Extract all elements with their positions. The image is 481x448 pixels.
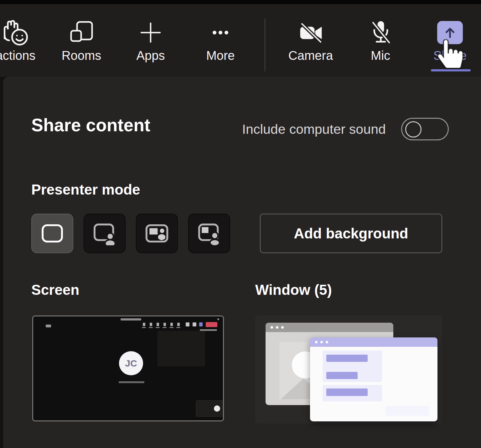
thumb-side-panel (158, 331, 205, 366)
thumb-accent-glyph (199, 322, 203, 326)
include-computer-sound-label: Include computer sound (242, 122, 386, 137)
thumb-glyph-caption (176, 327, 180, 328)
thumb-toolbar-glyph (186, 322, 189, 326)
top-strip (0, 0, 481, 4)
thumb-corner-label (46, 325, 51, 327)
thumb-leave-button (206, 322, 217, 327)
camera-label: Camera (288, 49, 333, 62)
more-label: More (206, 49, 235, 62)
add-background-button[interactable]: Add background (260, 214, 442, 253)
side-by-side-icon (143, 221, 170, 245)
thumb-toolbar-glyph (150, 323, 152, 326)
toolbar-item-apps[interactable]: Apps (124, 16, 177, 62)
window-illustration-front (310, 337, 437, 421)
meeting-toolbar: actions Rooms Apps (0, 4, 481, 77)
thumb-glyph-caption (169, 327, 173, 328)
thumb-glyph-caption (142, 327, 146, 328)
presenter-mode-side-by-side-button[interactable] (136, 214, 178, 253)
teams-meeting-window: actions Rooms Apps (0, 0, 481, 448)
thumb-toolbar-glyph (170, 323, 173, 326)
thumb-titlebar-dot (217, 318, 219, 320)
thumb-self-view (196, 400, 224, 417)
thumb-toolbar-glyph (163, 323, 166, 326)
toolbar-item-rooms[interactable]: Rooms (55, 16, 108, 62)
share-active-underline (431, 69, 471, 71)
thumb-glyph-caption (149, 327, 153, 328)
standout-icon (91, 221, 118, 245)
window-dot (326, 341, 328, 343)
computer-sound-toggle[interactable] (401, 118, 449, 140)
thumb-glyph-caption (156, 327, 160, 328)
more-ellipsis-icon (205, 16, 235, 49)
rooms-icon (66, 16, 96, 49)
toggle-knob (405, 121, 422, 138)
toolbar-item-share[interactable]: Share (423, 16, 477, 62)
toolbar-divider (265, 19, 265, 71)
thumb-toolbar-glyph (157, 323, 159, 326)
thumb-glyph-caption (163, 327, 167, 328)
mic-label: Mic (371, 49, 390, 62)
toolbar-item-mic[interactable]: Mic (354, 16, 407, 62)
back-window-titlebar (266, 323, 393, 332)
presenter-mode-content-only-button[interactable] (31, 214, 73, 253)
share-label: Share (433, 49, 467, 62)
presenter-mode-reporter-button[interactable] (188, 214, 230, 253)
presenter-mode-title: Presenter mode (31, 181, 140, 198)
toolbar-item-more[interactable]: More (194, 16, 247, 62)
window-dot (315, 341, 318, 343)
toolbar-item-reactions[interactable]: actions (0, 16, 42, 62)
thumb-self-avatar (214, 405, 220, 412)
text-bar (326, 372, 358, 379)
thumb-toolbar-glyph (177, 323, 180, 326)
camera-off-icon (295, 16, 326, 49)
reporter-icon (196, 221, 223, 245)
apps-label: Apps (136, 49, 165, 62)
thumb-name-bar (119, 381, 144, 383)
window-dot (271, 326, 273, 329)
thumb-avatar-initials: JC (125, 358, 137, 369)
presenter-mode-standout-button[interactable] (84, 214, 126, 253)
thumb-titlebar-text (121, 318, 141, 320)
reactions-icon (0, 16, 31, 49)
window-share-thumbnail[interactable] (255, 315, 442, 424)
share-arrow-up-icon (437, 21, 463, 44)
front-window-titlebar (310, 337, 437, 347)
thumb-toolbar-glyph (193, 322, 196, 326)
screen-share-thumbnail[interactable]: JC (32, 315, 224, 421)
rooms-label: Rooms (62, 49, 101, 62)
text-halo (385, 406, 429, 416)
add-background-label: Add background (294, 225, 408, 242)
window-section-title: Window (5) (255, 281, 332, 298)
text-bar (326, 355, 368, 362)
panel-title: Share content (31, 115, 150, 135)
window-dot (276, 326, 278, 329)
toolbar-item-camera[interactable]: Camera (284, 16, 337, 62)
thumb-toolbar-glyph (143, 323, 145, 326)
window-dot (320, 341, 323, 343)
thumb-avatar: JC (119, 351, 143, 375)
screen-section-title: Screen (31, 281, 79, 298)
content-only-icon (39, 221, 66, 245)
text-bar (326, 388, 368, 396)
window-dot (281, 326, 284, 329)
reactions-label: actions (0, 49, 35, 62)
mic-off-icon (365, 16, 396, 49)
apps-plus-icon (136, 16, 166, 49)
